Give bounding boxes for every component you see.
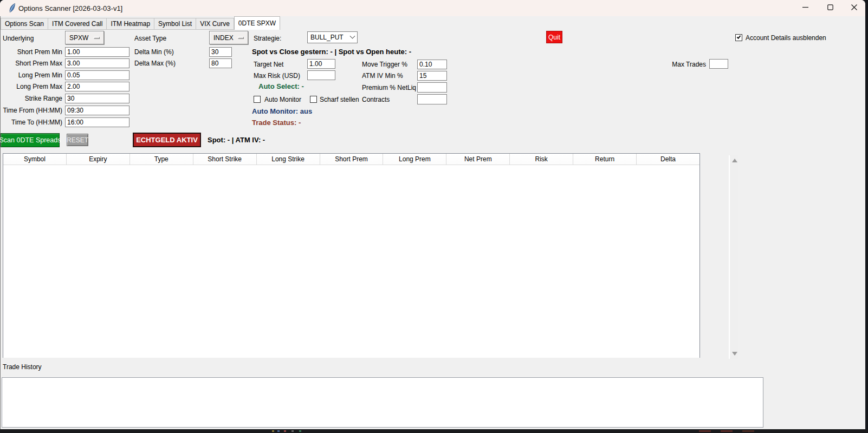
column-header-risk[interactable]: Risk xyxy=(510,154,573,165)
tab-vix-curve[interactable]: VIX Curve xyxy=(196,18,234,30)
taskbar-edge xyxy=(0,429,868,433)
long-prem-max-label: Long Prem Max xyxy=(1,82,62,91)
delta-min-input[interactable] xyxy=(209,47,232,57)
strategie-value: BULL_PUT xyxy=(310,34,344,41)
premium-netliq-input[interactable] xyxy=(417,82,447,93)
auto-monitor-checkbox-label: Auto Monitor xyxy=(264,95,301,104)
strike-range-label: Strike Range xyxy=(1,94,62,103)
move-trigger-input[interactable] xyxy=(417,60,447,69)
tab-bar: Options Scan ITM Covered Call ITM Heatma… xyxy=(1,16,280,30)
results-table: Symbol Expiry Type Short Strike Long Str… xyxy=(3,153,700,358)
atm-iv-min-input[interactable] xyxy=(417,71,447,81)
taskbar-speck xyxy=(292,430,294,432)
contracts-input[interactable] xyxy=(417,94,447,104)
taskbar-speck xyxy=(742,430,754,432)
asset-type-label: Asset Type xyxy=(134,34,166,43)
max-risk-label: Max Risk (USD) xyxy=(254,71,300,80)
column-header-symbol[interactable]: Symbol xyxy=(3,154,67,165)
spot-atm-iv-line: Spot: - | ATM IV: - xyxy=(208,136,265,145)
window-title: Options Scanner [2026-03-03-v1] xyxy=(18,4,122,12)
taskbar-speck xyxy=(272,430,274,432)
premium-netliq-label: Premium % NetLiq xyxy=(362,83,416,92)
scroll-up-icon[interactable] xyxy=(732,159,737,162)
strategie-label: Strategie: xyxy=(254,34,281,43)
short-prem-max-label: Short Prem Max xyxy=(1,59,62,68)
tab-itm-heatmap[interactable]: ITM Heatmap xyxy=(107,18,154,30)
taskbar-speck xyxy=(284,430,286,432)
column-header-type[interactable]: Type xyxy=(130,154,193,165)
target-net-input[interactable] xyxy=(307,59,335,69)
close-button[interactable] xyxy=(843,0,865,16)
chevron-down-icon xyxy=(350,33,355,38)
column-header-return[interactable]: Return xyxy=(573,154,637,165)
auto-monitor-status: Auto Monitor: aus xyxy=(252,107,312,116)
column-header-expiry[interactable]: Expiry xyxy=(67,154,130,165)
scan-0dte-spreads-button[interactable]: Scan 0DTE Spreads xyxy=(1,133,60,147)
column-header-short-strike[interactable]: Short Strike xyxy=(193,154,257,165)
strategie-combobox[interactable]: BULL_PUT xyxy=(307,31,358,43)
tab-0dte-spxw[interactable]: 0DTE SPXW xyxy=(234,16,280,30)
scharf-stellen-label: Scharf stellen xyxy=(320,95,359,104)
scroll-down-icon[interactable] xyxy=(732,352,737,356)
echtgeld-aktiv-button[interactable]: ECHTGELD AKTIV xyxy=(133,133,201,147)
max-trades-label: Max Trades xyxy=(666,60,706,69)
long-prem-min-input[interactable] xyxy=(65,70,129,80)
column-header-long-prem[interactable]: Long Prem xyxy=(383,154,446,165)
trade-history-label: Trade History xyxy=(3,363,42,371)
taskbar-speck xyxy=(299,430,301,432)
atm-iv-min-label: ATM IV Min % xyxy=(362,71,403,80)
results-table-header: Symbol Expiry Type Short Strike Long Str… xyxy=(3,154,699,165)
account-details-checkbox[interactable] xyxy=(735,34,742,41)
delta-max-label: Delta Max (%) xyxy=(134,59,176,68)
minimize-button[interactable] xyxy=(794,0,817,16)
time-to-input[interactable] xyxy=(65,117,129,127)
taskbar-speck xyxy=(721,430,733,432)
time-from-input[interactable] xyxy=(65,106,129,115)
tab-symbol-list[interactable]: Symbol List xyxy=(154,18,196,30)
vertical-scrollbar[interactable] xyxy=(729,155,738,359)
column-header-delta[interactable]: Delta xyxy=(637,154,699,165)
auto-monitor-checkbox[interactable] xyxy=(254,96,261,103)
delta-min-label: Delta Min (%) xyxy=(134,48,174,56)
underlying-label: Underlying xyxy=(3,34,34,43)
python-feather-icon xyxy=(9,3,16,15)
time-from-label: Time From (HH:MM) xyxy=(1,106,62,115)
quit-button[interactable]: Quit xyxy=(546,31,562,43)
trade-history-textarea[interactable] xyxy=(2,377,763,428)
contracts-label: Contracts xyxy=(362,95,390,104)
long-prem-max-input[interactable] xyxy=(65,82,129,91)
underlying-value: SPXW xyxy=(69,34,88,42)
asset-type-optionmenu[interactable]: INDEX xyxy=(209,31,248,44)
underlying-optionmenu[interactable]: SPXW xyxy=(65,31,104,44)
delta-max-input[interactable] xyxy=(209,58,232,68)
column-header-net-prem[interactable]: Net Prem xyxy=(446,154,510,165)
reset-button[interactable]: RESET xyxy=(67,134,88,146)
close-icon xyxy=(851,4,857,12)
auto-select-status: Auto Select: - xyxy=(258,82,304,91)
maximize-icon xyxy=(827,4,833,12)
strike-range-input[interactable] xyxy=(65,94,129,103)
results-table-body xyxy=(3,165,699,358)
tab-itm-covered-call[interactable]: ITM Covered Call xyxy=(48,18,107,30)
tab-options-scan[interactable]: Options Scan xyxy=(1,18,48,30)
dropdown-indicator-icon xyxy=(238,37,244,39)
short-prem-min-input[interactable] xyxy=(65,47,129,57)
spot-vs-close-open-line: Spot vs Close gestern: - | Spot vs Open … xyxy=(252,48,411,56)
account-details-label: Account Details ausblenden xyxy=(746,34,826,42)
column-header-short-prem[interactable]: Short Prem xyxy=(320,154,384,165)
max-trades-input[interactable] xyxy=(709,59,728,69)
taskbar-speck xyxy=(277,430,280,432)
maximize-button[interactable] xyxy=(819,0,841,16)
asset-type-value: INDEX xyxy=(213,34,234,42)
short-prem-max-input[interactable] xyxy=(65,58,129,68)
scharf-stellen-checkbox[interactable] xyxy=(310,96,317,103)
trade-status: Trade Status: - xyxy=(252,119,301,127)
target-net-label: Target Net xyxy=(254,60,283,69)
checkmark-icon xyxy=(737,35,741,39)
taskbar-speck xyxy=(699,430,711,432)
move-trigger-label: Move Trigger % xyxy=(362,60,407,69)
minimize-icon xyxy=(802,4,808,12)
max-risk-input[interactable] xyxy=(307,70,335,80)
column-header-long-strike[interactable]: Long Strike xyxy=(257,154,320,165)
window-left-edge xyxy=(0,16,1,429)
